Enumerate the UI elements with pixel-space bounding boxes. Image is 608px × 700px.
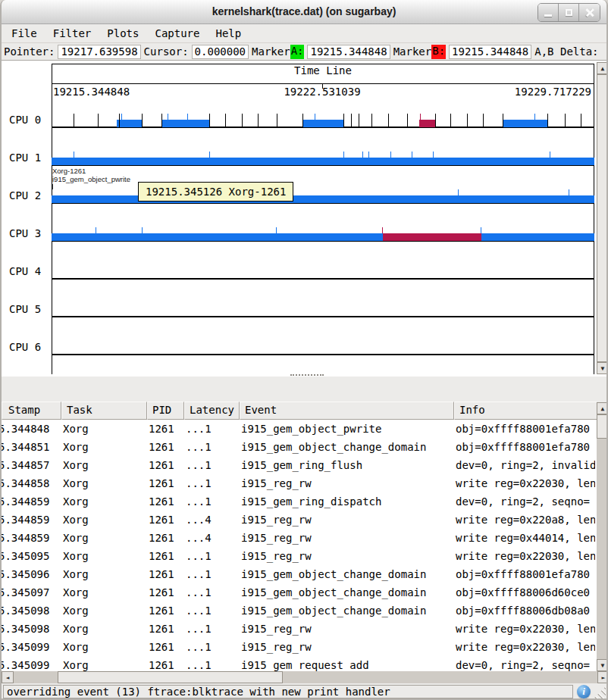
event-tick[interactable]: [550, 152, 550, 158]
table-row[interactable]: 5.344848Xorg1261...1i915_gem_object_pwri…: [2, 420, 597, 438]
event-tick[interactable]: [74, 152, 74, 158]
column-header-event[interactable]: Event: [240, 402, 454, 420]
event-tick[interactable]: [209, 152, 210, 158]
event-tick[interactable]: [581, 114, 581, 127]
event-tick[interactable]: [569, 189, 569, 195]
table-row[interactable]: 5.344858Xorg1261...1i915_reg_rwwrite reg…: [2, 474, 597, 492]
scroll-up-button[interactable]: ▲: [597, 62, 608, 74]
event-tick[interactable]: [371, 114, 372, 127]
event-tick[interactable]: [142, 114, 143, 127]
maximize-button[interactable]: [559, 4, 579, 21]
column-header-stamp[interactable]: Stamp: [2, 402, 61, 420]
event-tick[interactable]: [258, 114, 259, 127]
event-tick[interactable]: [388, 114, 389, 127]
scroll-left-button[interactable]: ◄: [2, 671, 14, 683]
table-row[interactable]: 5.345097Xorg1261...1i915_gem_object_chan…: [2, 583, 597, 602]
table-vscroll-track[interactable]: [597, 414, 608, 659]
info-icon[interactable]: i: [577, 685, 591, 698]
event-tick[interactable]: [412, 152, 412, 158]
task-bar-blue[interactable]: [52, 233, 383, 241]
marker-a-badge[interactable]: A:: [290, 45, 305, 59]
event-tick[interactable]: [277, 114, 277, 127]
event-tick[interactable]: [481, 227, 481, 233]
event-tick[interactable]: [458, 189, 459, 195]
resize-grip-icon[interactable]: [593, 686, 606, 699]
table-row[interactable]: 5.345096Xorg1261...1i915_gem_object_chan…: [2, 565, 597, 583]
event-tick[interactable]: [565, 114, 566, 127]
event-tick[interactable]: [359, 114, 359, 127]
menu-item-capture[interactable]: Capture: [155, 27, 199, 39]
event-tick[interactable]: [142, 227, 143, 233]
table-hscrollbar[interactable]: ◄ ►: [2, 671, 608, 683]
menu-item-file[interactable]: File: [11, 27, 37, 39]
table-row[interactable]: 5.344859Xorg1261...4i915_reg_rwwrite reg…: [2, 529, 597, 547]
event-tick[interactable]: [503, 114, 503, 127]
table-row[interactable]: 5.345099Xorg1261...1i915_gem_request_add…: [2, 656, 597, 671]
table-row[interactable]: 5.344851Xorg1261...1i915_gem_object_chan…: [2, 438, 597, 456]
event-tick[interactable]: [420, 114, 421, 120]
event-tick[interactable]: [121, 114, 122, 120]
event-tick[interactable]: [382, 227, 383, 233]
event-tick[interactable]: [119, 114, 120, 127]
event-tick[interactable]: [368, 152, 369, 158]
event-tick[interactable]: [225, 114, 226, 127]
pane-splitter-handle[interactable]: [290, 374, 324, 376]
hscroll-thumb[interactable]: [58, 671, 283, 683]
table-vscrollbar[interactable]: ▲ ▼: [597, 402, 608, 671]
marker-b-badge[interactable]: B:: [431, 45, 446, 59]
graph-vscroll-track[interactable]: [597, 74, 608, 362]
event-tick[interactable]: [168, 114, 168, 120]
event-tick[interactable]: [161, 114, 162, 127]
menu-item-filter[interactable]: Filter: [53, 27, 92, 39]
event-tick[interactable]: [435, 114, 436, 127]
minimize-button[interactable]: [538, 4, 559, 21]
event-tick[interactable]: [74, 114, 74, 127]
table-row[interactable]: 5.344859Xorg1261...4i915_reg_rwwrite reg…: [2, 511, 597, 529]
event-tick[interactable]: [315, 114, 315, 120]
task-bar-blue[interactable]: [503, 120, 547, 127]
table-row[interactable]: 5.345099Xorg1261...1i915_reg_rwwrite reg…: [2, 638, 597, 656]
table-vscroll-thumb[interactable]: [597, 414, 608, 439]
task-bar-blue[interactable]: [302, 120, 344, 127]
event-tick[interactable]: [547, 114, 548, 127]
title-bar[interactable]: kernelshark(trace.dat) (on sugarbay): [2, 0, 606, 24]
scroll-down-button[interactable]: ▼: [597, 362, 608, 374]
event-tick[interactable]: [534, 114, 535, 120]
graph-vscrollbar[interactable]: ▲ ▼: [597, 62, 608, 374]
event-tick[interactable]: [390, 152, 391, 158]
event-tick[interactable]: [483, 114, 484, 127]
event-tick[interactable]: [96, 227, 96, 233]
table-row[interactable]: 5.345095Xorg1261...1i915_reg_rwwrite reg…: [2, 547, 597, 565]
task-bar-blue[interactable]: [52, 195, 594, 203]
event-tick[interactable]: [343, 152, 344, 158]
table-row[interactable]: 5.345098Xorg1261...1i915_gem_object_chan…: [2, 602, 597, 620]
graph-vscroll-thumb[interactable]: [597, 74, 608, 362]
scroll-up-button[interactable]: ▲: [597, 402, 608, 414]
task-bar-blue[interactable]: [161, 120, 209, 127]
menu-item-plots[interactable]: Plots: [107, 27, 139, 39]
event-tick[interactable]: [343, 114, 344, 127]
event-tick[interactable]: [433, 152, 434, 158]
scroll-right-button[interactable]: ►: [597, 671, 608, 683]
task-bar-red[interactable]: [383, 233, 481, 241]
event-tick[interactable]: [362, 152, 363, 158]
menu-item-help[interactable]: Help: [215, 27, 241, 39]
task-bar-blue[interactable]: [117, 120, 142, 127]
column-header-latency[interactable]: Latency: [184, 402, 240, 420]
task-bar-blue[interactable]: [481, 233, 594, 241]
event-tick[interactable]: [209, 114, 210, 127]
event-tick[interactable]: [450, 114, 451, 127]
close-button[interactable]: [579, 4, 600, 21]
scroll-down-button[interactable]: ▼: [597, 659, 608, 671]
column-header-task[interactable]: Task: [61, 402, 147, 420]
event-tick[interactable]: [187, 114, 188, 120]
hscroll-track[interactable]: [14, 671, 597, 683]
table-row[interactable]: 5.345098Xorg1261...1i915_reg_rwwrite reg…: [2, 620, 597, 638]
task-bar-red[interactable]: [419, 120, 435, 127]
event-tick[interactable]: [351, 114, 352, 127]
column-header-info[interactable]: Info: [454, 402, 597, 420]
table-row[interactable]: 5.344859Xorg1261...1i915_gem_ring_dispat…: [2, 492, 597, 511]
event-tick[interactable]: [467, 114, 468, 127]
event-tick[interactable]: [302, 114, 303, 127]
timeline-graph[interactable]: Time Line 19215.344848 19222.531039 1922…: [2, 61, 606, 377]
